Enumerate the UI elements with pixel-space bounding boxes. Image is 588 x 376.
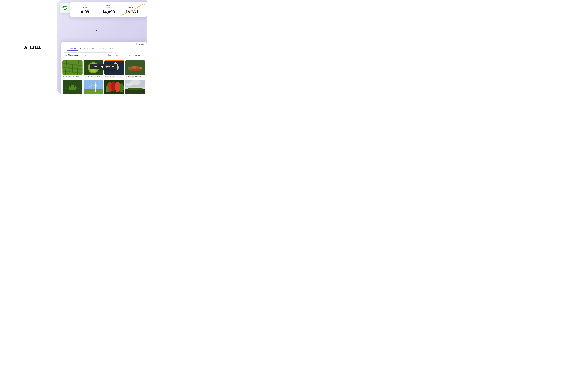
tooltip-bubble: Natural language search [90, 64, 117, 69]
image-thumb-5 [63, 80, 83, 94]
svg-rect-48 [84, 89, 103, 94]
image-thumb-8 [125, 80, 145, 94]
metric-f1: F1Score 0.98 [73, 4, 97, 14]
caption-icon-1: ⊞ [63, 75, 64, 77]
search-field-icon: 🔍 [65, 54, 67, 56]
image-cell-1[interactable]: ⊞ Wind turbine training set [63, 61, 83, 78]
svg-point-0 [25, 48, 26, 49]
svg-point-45 [70, 86, 71, 87]
explorer-panel: 🔍 Search Natural language search ‹ Explo… [61, 42, 147, 94]
back-button[interactable]: ‹ [63, 47, 65, 50]
green-icon-card [60, 3, 70, 13]
svg-point-5 [64, 6, 65, 7]
metric-fp: FalsePositives 14,098 [97, 4, 120, 14]
filter-prediction[interactable]: Prediction [133, 53, 145, 57]
image-cell-4[interactable]: ⊞ nameOfCollection name [125, 61, 145, 78]
search-field[interactable]: 🔍 Show me green images [63, 52, 113, 58]
search-field-text: Show me green images [68, 54, 107, 56]
image-caption-1: ⊞ Wind turbine training set [63, 75, 83, 78]
tab-model-evaluation[interactable]: Model Evaluation [90, 46, 108, 51]
search-bar-top: 🔍 Search [61, 42, 147, 45]
cursor-arrow [96, 29, 98, 32]
svg-point-68 [127, 88, 143, 90]
image-cell-7[interactable] [104, 80, 124, 94]
image-grid-row2 [61, 79, 147, 94]
image-thumb-6 [83, 80, 104, 94]
tab-analytics[interactable]: Analytics [79, 46, 89, 51]
arize-logo-text: arize [30, 44, 42, 50]
search-top-label: Search [139, 43, 144, 45]
arize-logo: arize [23, 44, 42, 50]
svg-point-61 [120, 83, 124, 93]
metric-f1-label: F1Score [75, 4, 95, 9]
image-cell-5[interactable] [63, 80, 83, 94]
svg-point-38 [69, 85, 76, 91]
caption-icon-2: ⊞ [84, 75, 85, 77]
left-panel: arize [0, 0, 65, 94]
filter-data[interactable]: Data [114, 53, 122, 57]
missing-labels-badge: Missing labels [107, 76, 115, 77]
arize-logo-icon [23, 44, 28, 50]
tabs-row: ‹ Explorer Analytics Model Evaluation Co… [61, 45, 147, 51]
svg-point-60 [115, 82, 120, 93]
svg-point-3 [66, 9, 67, 9]
tab-explorer[interactable]: Explorer [67, 46, 78, 51]
svg-point-4 [63, 7, 64, 8]
image-caption-3: ⊞ Missing labels [105, 75, 124, 78]
svg-rect-47 [84, 80, 103, 89]
metric-f1-value: 0.98 [75, 10, 95, 14]
image-thumb-1 [63, 61, 83, 75]
caption-icon-3: ⊞ [105, 76, 106, 77]
metrics-card: F1Score 0.98 FalsePositives 14,098 False… [70, 2, 147, 17]
svg-point-62 [106, 86, 109, 93]
svg-point-36 [140, 67, 142, 69]
tab-coll[interactable]: Coll... [109, 46, 117, 51]
metric-fp-value: 14,098 [99, 10, 118, 14]
svg-point-66 [126, 83, 133, 86]
image-thumb-7 [104, 80, 124, 94]
mini-chart [120, 2, 147, 17]
search-top-icon: 🔍 [135, 43, 138, 45]
filter-pills: Data Labels Prediction [114, 53, 145, 57]
image-caption-4: ⊞ nameOfCollection name [125, 75, 145, 78]
filter-labels[interactable]: Labels [123, 53, 132, 57]
caption-icon-4: ⊞ [126, 75, 127, 77]
svg-point-46 [74, 86, 75, 87]
tooltip-text: Natural language search [93, 65, 114, 68]
image-cell-6[interactable] [83, 80, 104, 94]
right-panel: F1Score 0.98 FalsePositives 14,098 False… [57, 0, 147, 94]
image-search-icon[interactable] [108, 53, 111, 56]
image-cell-8[interactable] [125, 80, 145, 94]
image-caption-2: ⊞ nameOfCollection name [83, 75, 104, 78]
metric-fp-label: FalsePositives [99, 4, 118, 9]
search-input-row: 🔍 Show me green images Data Labels Predi… [61, 51, 147, 59]
image-thumb-4 [125, 61, 145, 75]
